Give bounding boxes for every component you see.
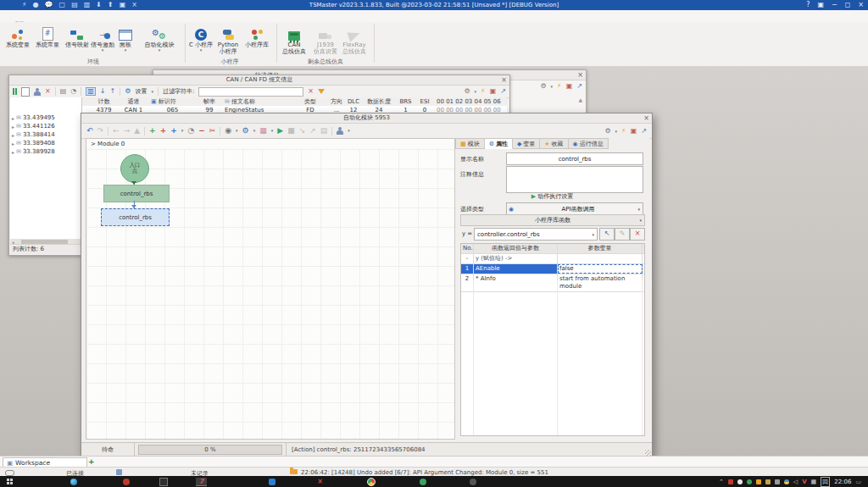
taskbar-tsmaster-icon[interactable]: 7 bbox=[196, 478, 207, 486]
run-icon[interactable]: ▶ bbox=[277, 127, 283, 135]
gear-icon[interactable]: ⚙ bbox=[125, 88, 131, 95]
tray-volume-icon[interactable]: ◁ bbox=[793, 479, 798, 485]
flow-canvas[interactable]: > Module 0 入口 点 control_rbs control_rbs bbox=[86, 138, 455, 440]
user-mode-icon[interactable] bbox=[337, 127, 343, 135]
tab-favorites[interactable]: ★收藏 bbox=[540, 138, 568, 149]
close-icon[interactable]: × bbox=[501, 75, 507, 85]
undo-icon[interactable]: ↶ bbox=[86, 127, 93, 135]
applet-library-function-dropdown[interactable]: 小程序库函数 ▾ bbox=[460, 214, 645, 226]
taskbar-gray-app-icon[interactable] bbox=[467, 478, 478, 486]
ribbon-can-bus-simulation[interactable]: CAN 总线仿真 bbox=[277, 25, 311, 63]
help-button[interactable]: ? bbox=[806, 2, 810, 8]
tray-input-mode-icon[interactable]: 回 bbox=[821, 477, 830, 487]
function-dropdown[interactable]: controller.control_rbs ▾ bbox=[474, 228, 598, 241]
taskbar-vscode-icon[interactable] bbox=[266, 478, 277, 486]
copy-icon[interactable] bbox=[21, 87, 30, 97]
action-exec-settings[interactable]: ▶ 动作执行设置 bbox=[455, 192, 649, 201]
tree-item[interactable]: ▸✉33.439495 bbox=[12, 114, 55, 121]
taskbar-red-app-icon[interactable] bbox=[120, 478, 131, 486]
dialog-titlebar[interactable]: 自动化模块 5953 × bbox=[81, 113, 652, 124]
step-into-icon[interactable]: ↘ bbox=[299, 127, 306, 135]
external-link-icon[interactable]: ↗ bbox=[576, 83, 582, 90]
comment-input[interactable] bbox=[506, 166, 643, 193]
clear-filter-icon[interactable]: × bbox=[308, 88, 314, 95]
step-out-icon[interactable]: ↗ bbox=[309, 127, 316, 135]
add-more-icon[interactable]: + bbox=[170, 127, 177, 135]
tray-folder-icon[interactable] bbox=[765, 479, 771, 484]
select-type-dropdown[interactable]: ◉ API函数调用 ▾ bbox=[506, 202, 643, 215]
columns-icon[interactable]: ▤ bbox=[60, 88, 67, 95]
tray-v5-icon[interactable]: V bbox=[802, 479, 806, 485]
close-button[interactable]: × bbox=[858, 2, 864, 8]
tree-item[interactable]: ▸✉33.441126 bbox=[12, 123, 55, 130]
add-node-icon[interactable]: + bbox=[149, 127, 156, 135]
pin-icon[interactable]: ▣ bbox=[817, 2, 824, 8]
taskbar-x-app-icon[interactable]: × bbox=[314, 478, 326, 486]
tree-item[interactable]: ▸✉33.389408 bbox=[12, 140, 55, 147]
ribbon-system-variables[interactable]: 系统变量 bbox=[1, 25, 35, 63]
start-button[interactable] bbox=[7, 479, 14, 485]
tab-run-info[interactable]: ◉运行信息 bbox=[569, 138, 609, 149]
timer-icon[interactable]: ◔ bbox=[187, 127, 194, 135]
flow-node-control-rbs[interactable]: control_rbs bbox=[103, 185, 170, 202]
notification-icon[interactable]: ▭ bbox=[855, 479, 861, 485]
tray-antivirus-icon[interactable] bbox=[728, 479, 733, 484]
tab-properties[interactable]: ⚙属性 bbox=[485, 138, 513, 149]
pick-cursor-button[interactable]: ↖ bbox=[599, 228, 615, 241]
wrench-icon[interactable]: ⚙ bbox=[464, 88, 470, 95]
ribbon-automation-module[interactable]: ⚙⚙ 自动化模块 ▾ bbox=[138, 25, 181, 63]
tray-expand-icon[interactable]: ⌃ bbox=[719, 479, 724, 485]
filter-funnel-icon[interactable] bbox=[318, 89, 325, 94]
arrow-up-icon[interactable]: ↑ bbox=[110, 88, 116, 95]
wrench-icon[interactable]: ⚙ bbox=[604, 128, 610, 135]
arrow-down-icon[interactable]: ↓ bbox=[100, 88, 106, 95]
save-view-icon[interactable]: ▣ bbox=[631, 128, 637, 135]
clear-icon[interactable]: × bbox=[45, 88, 51, 95]
maximize-button[interactable]: ◻ bbox=[845, 2, 851, 8]
display-name-input[interactable]: control_rbs bbox=[506, 152, 643, 165]
tray-icon[interactable] bbox=[747, 479, 752, 484]
add-workspace-button[interactable]: + bbox=[88, 457, 95, 466]
taskbar-dark-app-icon[interactable] bbox=[158, 478, 169, 486]
remove-icon[interactable]: − bbox=[198, 127, 205, 135]
table-row[interactable]: - y (赋值给) -> bbox=[461, 254, 644, 264]
nav-up-icon[interactable]: ▲ bbox=[134, 127, 140, 135]
stop-icon[interactable]: ■ bbox=[287, 127, 295, 135]
add-action-icon[interactable]: + bbox=[160, 127, 167, 135]
entry-point-node[interactable]: 入口 点 bbox=[120, 154, 149, 183]
edit-button[interactable]: ✎ bbox=[615, 228, 630, 241]
list-icon[interactable]: ▤ bbox=[320, 127, 328, 135]
ribbon-panel[interactable]: 面板 ▾ bbox=[113, 25, 138, 63]
close-icon[interactable]: × bbox=[577, 70, 583, 80]
user-icon[interactable] bbox=[34, 88, 41, 96]
tray-weather-icon[interactable] bbox=[784, 479, 789, 484]
delete-button[interactable]: × bbox=[630, 228, 645, 241]
tray-key-icon[interactable] bbox=[756, 479, 761, 484]
table-row-selected[interactable]: 1 AEnable false bbox=[461, 264, 644, 274]
tray-icon[interactable] bbox=[737, 479, 743, 484]
ribbon-system-constants[interactable]: 系统常量 bbox=[31, 25, 64, 63]
save-view-icon[interactable]: ▣ bbox=[490, 88, 497, 95]
filter-input[interactable] bbox=[198, 87, 303, 97]
cut-icon[interactable]: ✂ bbox=[209, 127, 216, 135]
tray-ime-icon[interactable]: ▦ bbox=[811, 479, 817, 485]
flash-icon[interactable]: ⚡ bbox=[557, 83, 562, 90]
resize-grip[interactable] bbox=[645, 450, 651, 456]
nav-forward-icon[interactable]: → bbox=[124, 127, 131, 135]
nav-back-icon[interactable]: ← bbox=[113, 127, 120, 135]
ribbon-applet-library[interactable]: 小程序库 bbox=[240, 25, 274, 63]
flash-icon[interactable]: ⚡ bbox=[481, 88, 486, 95]
save-view-icon[interactable]: ▣ bbox=[566, 83, 573, 90]
redo-icon[interactable]: ↷ bbox=[97, 127, 104, 135]
clock-icon[interactable]: ◔ bbox=[70, 88, 76, 95]
wrench-icon[interactable]: ⚙ bbox=[540, 83, 546, 90]
can-window-titlebar[interactable]: CAN / CAN FD 报文信息 × bbox=[9, 75, 509, 86]
external-link-icon[interactable]: ↗ bbox=[500, 88, 506, 95]
view-icon[interactable]: ◉ bbox=[225, 127, 231, 135]
external-link-icon[interactable]: ↗ bbox=[641, 128, 647, 135]
tree-item[interactable]: ▸✉33.389928 bbox=[12, 148, 55, 155]
minimize-button[interactable]: − bbox=[832, 2, 837, 8]
gear-icon[interactable]: ⚙ bbox=[242, 127, 249, 135]
pause-icon[interactable] bbox=[13, 88, 17, 95]
flash-icon[interactable]: ⚡ bbox=[621, 128, 626, 135]
